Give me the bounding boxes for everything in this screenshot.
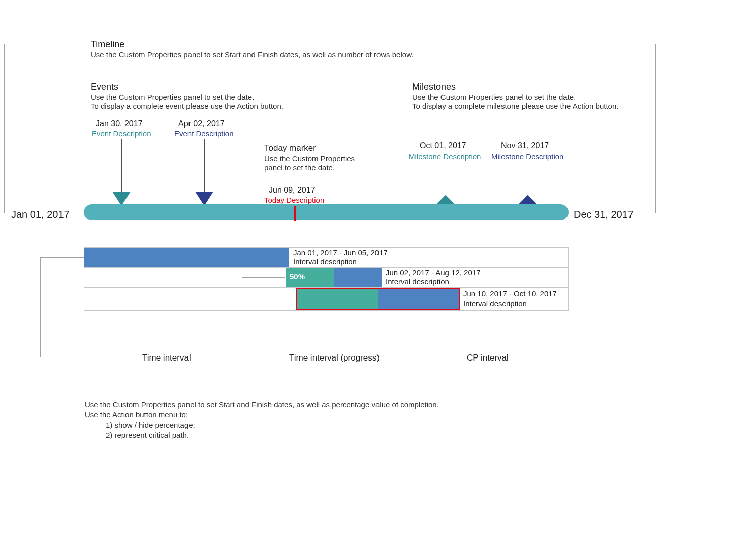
section-desc-milestones-1: Use the Custom Properties panel to set t…: [412, 93, 576, 101]
interval-1-range: Jan 01, 2017 - Jun 05, 2017: [293, 248, 388, 257]
section-desc-milestones-2: To display a complete milestone please u…: [412, 102, 618, 110]
interval-row-3[interactable]: Jun 10, 2017 - Oct 10, 2017 Interval des…: [84, 287, 569, 311]
section-title-timeline: Timeline: [91, 39, 124, 50]
interval-progress-bar: [297, 288, 378, 310]
section-title-milestones: Milestones: [412, 82, 456, 92]
event-marker-icon: [112, 192, 131, 206]
footer-line-3: 1) show / hide percentage;: [106, 421, 195, 429]
connector: [4, 44, 90, 44]
today-label[interactable]: Today Description: [264, 196, 324, 204]
connector: [642, 213, 655, 213]
connector: [121, 139, 122, 192]
section-title-events: Events: [91, 82, 118, 92]
milestone-1-label[interactable]: Milestone Description: [409, 152, 481, 161]
event-2-label[interactable]: Event Description: [174, 129, 234, 138]
section-desc-events-2: To display a complete event please use t…: [91, 102, 283, 110]
connector: [429, 311, 444, 311]
connector: [4, 44, 5, 213]
callout-progress-interval: Time interval (progress): [289, 353, 380, 363]
section-title-today: Today marker: [264, 143, 316, 153]
connector: [446, 162, 446, 198]
event-2-date: Apr 02, 2017: [178, 119, 225, 128]
footer-line-2: Use the Action button menu to:: [85, 410, 188, 419]
event-marker-icon: [195, 192, 213, 206]
section-desc-timeline: Use the Custom Properties panel to set S…: [91, 50, 413, 59]
interval-3-range: Jun 10, 2017 - Oct 10, 2017: [463, 289, 557, 298]
today-date: Jun 09, 2017: [269, 186, 316, 195]
section-desc-events-1: Use the Custom Properties panel to set t…: [91, 93, 254, 101]
interval-1-desc: Interval description: [293, 257, 357, 266]
connector: [40, 357, 138, 357]
timeline-bar[interactable]: [84, 204, 569, 220]
interval-row-1[interactable]: Jan 01, 2017 - Jun 05, 2017 Interval des…: [84, 247, 569, 267]
milestone-1-date: Oct 01, 2017: [420, 141, 466, 150]
footer-line-1: Use the Custom Properties panel to set S…: [85, 400, 439, 409]
interval-2-range: Jun 02, 2017 - Aug 12, 2017: [386, 268, 481, 277]
connector: [655, 44, 656, 213]
interval-row-2[interactable]: 50% Jun 02, 2017 - Aug 12, 2017 Interval…: [84, 267, 569, 287]
connector: [40, 257, 84, 258]
connector: [242, 277, 285, 278]
interval-2-progress: 50%: [290, 272, 305, 281]
interval-2-desc: Interval description: [386, 277, 449, 286]
milestone-2-label[interactable]: Milestone Description: [491, 152, 563, 161]
interval-3-desc: Interval description: [463, 299, 527, 308]
connector: [528, 162, 528, 198]
callout-time-interval: Time interval: [142, 353, 191, 363]
range-end-label: Dec 31, 2017: [574, 209, 634, 220]
event-1-date: Jan 30, 2017: [96, 119, 143, 128]
connector: [444, 311, 444, 357]
connector: [640, 44, 655, 44]
interval-bar: [84, 248, 289, 267]
section-desc-today-1: Use the Custom Properties: [264, 154, 355, 163]
range-start-label: Jan 01, 2017: [11, 209, 70, 220]
connector: [242, 357, 285, 357]
callout-cp-interval: CP interval: [467, 353, 509, 363]
connector: [40, 257, 41, 357]
today-marker-icon[interactable]: [294, 206, 296, 221]
milestone-2-date: Nov 31, 2017: [501, 141, 549, 150]
diagram-stage: Timeline Use the Custom Properties panel…: [0, 0, 756, 537]
event-1-label[interactable]: Event Description: [92, 129, 151, 138]
connector: [204, 139, 205, 192]
connector: [242, 277, 242, 357]
section-desc-today-2: panel to set the date.: [264, 163, 335, 172]
connector: [444, 357, 463, 357]
footer-line-4: 2) represent critical path.: [106, 431, 189, 439]
